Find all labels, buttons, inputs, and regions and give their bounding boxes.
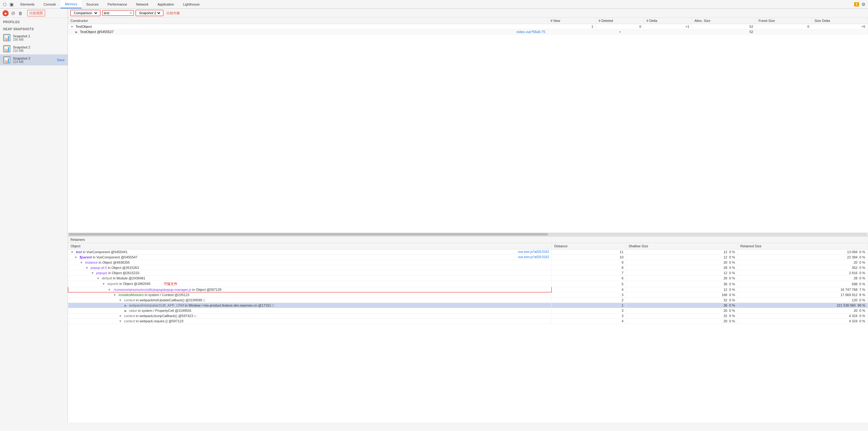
- expand-arrow[interactable]: ▼: [113, 293, 117, 297]
- snapshot-size-1: 190 MB: [13, 38, 65, 41]
- cell-shallow: 12 0 %: [626, 270, 738, 276]
- expand-arrow[interactable]: ▶: [75, 30, 78, 34]
- tab-memory[interactable]: Memory: [61, 0, 82, 8]
- row-name: default: [102, 276, 112, 280]
- cell-distance: 3: [552, 313, 626, 319]
- expand-arrow[interactable]: ▼: [97, 277, 100, 280]
- col-header-delta[interactable]: # Delta: [644, 18, 692, 24]
- settings-icon[interactable]: ⚙: [862, 2, 866, 7]
- col-header-deleted[interactable]: # Deleted: [596, 18, 644, 24]
- table-row[interactable]: ▼ TestObject 1 0 +1 52 0 +5: [68, 24, 868, 29]
- retainer-row[interactable]: ▼ popups in Object @2615233 7 12 0 % 2 8…: [68, 270, 868, 276]
- snapshot-size-3: 224 MB: [13, 60, 54, 64]
- snapshot-item[interactable]: 📊 Snapshot 1 190 MB: [0, 32, 68, 43]
- tab-console[interactable]: Console: [39, 0, 61, 8]
- tab-performance[interactable]: Performance: [103, 0, 132, 8]
- retainer-row[interactable]: ▼ instance in Object @4936355 9 20 0 % 2…: [68, 260, 868, 265]
- row-name: context: [124, 298, 135, 302]
- expand-arrow[interactable]: ▼: [119, 320, 122, 323]
- table-row[interactable]: ▶ TestObject @5455527 index.vue?56a5:75 …: [68, 29, 868, 35]
- cell-freed: 0: [756, 24, 812, 29]
- col-header-constructor[interactable]: Constructor: [68, 18, 548, 24]
- retainer-row[interactable]: ▼ $parent in VueComponent @5455547 vue.e…: [68, 255, 868, 260]
- devtools-icon[interactable]: ⬡: [2, 2, 7, 7]
- expand-arrow[interactable]: ▼: [70, 25, 73, 28]
- retainer-row[interactable]: ▼ exports in Object @1882045 可疑文件 5 36 0…: [68, 281, 868, 287]
- expand-arrow[interactable]: ▼: [119, 314, 122, 318]
- retainer-row[interactable]: ▼ context in webpackJsonpCallback() @597…: [68, 313, 868, 319]
- expand-arrow[interactable]: ▼: [91, 271, 94, 275]
- expand-arrow[interactable]: ▼: [86, 266, 89, 269]
- snapshot-item-3[interactable]: 📊 Snapshot 3 224 MB Save: [0, 54, 68, 65]
- row-link[interactable]: vue.esm.js?a026:5162: [518, 255, 549, 259]
- cell-shallow: 12 0 %: [626, 250, 738, 255]
- expand-arrow[interactable]: ▼: [74, 256, 78, 259]
- expand-arrow[interactable]: ▼: [108, 288, 111, 292]
- col-header-object[interactable]: Object: [68, 243, 552, 250]
- snapshot-select[interactable]: Snapshot 1 Snapshot 2 Snapshot 3: [135, 10, 163, 16]
- snapshot-dropdown[interactable]: Snapshot 1 Snapshot 2 Snapshot 3: [138, 11, 161, 15]
- row-context: in webpackHotUpdateCallback() @3199589 □: [136, 298, 205, 302]
- top-bar-icons: ⬡ ▣: [0, 2, 16, 7]
- scrollbar-thumb[interactable]: [69, 233, 548, 236]
- snapshot-item-2[interactable]: 📊 Snapshot 2 210 MB: [0, 43, 68, 54]
- row-name: popups: [96, 271, 107, 275]
- retainer-row[interactable]: ▼ ./common/amumu/src/utils/popup/popup-m…: [68, 287, 868, 292]
- scrollbar-track: [69, 233, 867, 236]
- snapshot-save-button[interactable]: Save: [57, 58, 65, 62]
- cell-shallow: 32 0 %: [626, 313, 738, 319]
- retainers-table: Object Distance Shallow Size Retained Si…: [68, 243, 868, 324]
- view-select[interactable]: Summary Comparison Containment Dominator…: [70, 10, 100, 16]
- retainer-row[interactable]: ▼ context in webpack.require.() @597123 …: [68, 319, 868, 324]
- col-header-sizedelta[interactable]: Size Delta: [812, 18, 868, 24]
- retainer-row[interactable]: ▼ context in webpackHotUpdateCallback() …: [68, 298, 868, 303]
- dock-icon[interactable]: ▣: [9, 2, 14, 7]
- record-button[interactable]: ●: [2, 10, 9, 16]
- row-name: TestObject @5455527: [80, 30, 114, 34]
- cell-shallow: 168 0 %: [626, 292, 738, 298]
- retainer-row[interactable]: ▶ webpackHotUpdateSUB_APP_CRM in Window …: [68, 303, 868, 308]
- retainer-row[interactable]: ▼ installedModules in system / Context @…: [68, 292, 868, 298]
- row-context: in Window / mix-product.feature.dev.xiao…: [185, 303, 274, 307]
- col-header-new[interactable]: # New: [548, 18, 596, 24]
- cell-distance: 9: [552, 260, 626, 265]
- tab-lighthouse[interactable]: Lighthouse: [179, 0, 204, 8]
- retainer-row[interactable]: ▼ test in VueComponent @5455441 vue.esm.…: [68, 250, 868, 255]
- expand-arrow[interactable]: ▼: [71, 251, 74, 254]
- snapshot-name-2: Snapshot 2: [13, 45, 65, 49]
- clear-button[interactable]: ⊘: [10, 10, 16, 16]
- expand-arrow[interactable]: ▶: [124, 304, 127, 307]
- expand-arrow[interactable]: ▶: [124, 309, 127, 312]
- retainer-row[interactable]: ▼ default in Module @2439481 6 28 0 % 28…: [68, 276, 868, 281]
- filter-input[interactable]: [104, 11, 128, 15]
- expand-arrow[interactable]: ▼: [80, 261, 83, 264]
- delete-button[interactable]: 🗑: [17, 10, 24, 16]
- tab-network[interactable]: Network: [132, 0, 153, 8]
- filter-clear-button[interactable]: ✕: [129, 11, 132, 15]
- cell-distance: 5: [552, 281, 626, 287]
- col-header-freed[interactable]: Freed Size: [756, 18, 812, 24]
- snapshot-icon-3: 📊: [3, 56, 10, 64]
- tab-sources[interactable]: Sources: [82, 0, 103, 8]
- cell-retained: 4 324 0 %: [738, 319, 868, 324]
- row-context: in VueComponent @5455547: [93, 255, 137, 259]
- snapshot-info-1: Snapshot 1 190 MB: [13, 34, 65, 41]
- col-header-retained[interactable]: Retained Size: [738, 243, 868, 250]
- row-link[interactable]: vue.esm.js?a026:5162: [518, 250, 549, 254]
- row-link[interactable]: index.vue?56a5:75: [517, 30, 545, 34]
- cell-retained: 352 0 %: [738, 265, 868, 270]
- expand-arrow[interactable]: ▼: [102, 282, 105, 286]
- row-context: in Object @597129: [192, 288, 221, 292]
- horizontal-scrollbar[interactable]: [68, 232, 868, 236]
- tab-elements[interactable]: Elements: [16, 0, 39, 8]
- retainer-row[interactable]: ▶ value in system / PropertyCell @319959…: [68, 308, 868, 313]
- tab-application[interactable]: Application: [153, 0, 179, 8]
- cell-shallow: 28 0 %: [626, 276, 738, 281]
- retainer-row[interactable]: ▼ popup-id-5 in Object @2615263 8 28 0 %…: [68, 265, 868, 270]
- col-header-alloc[interactable]: Alloc. Size: [692, 18, 756, 24]
- cell-distance: 11: [552, 250, 626, 255]
- col-header-shallow[interactable]: Shallow Size: [626, 243, 738, 250]
- view-dropdown[interactable]: Summary Comparison Containment Dominator…: [72, 11, 98, 15]
- col-header-distance[interactable]: Distance: [552, 243, 626, 250]
- expand-arrow[interactable]: ▼: [119, 299, 122, 302]
